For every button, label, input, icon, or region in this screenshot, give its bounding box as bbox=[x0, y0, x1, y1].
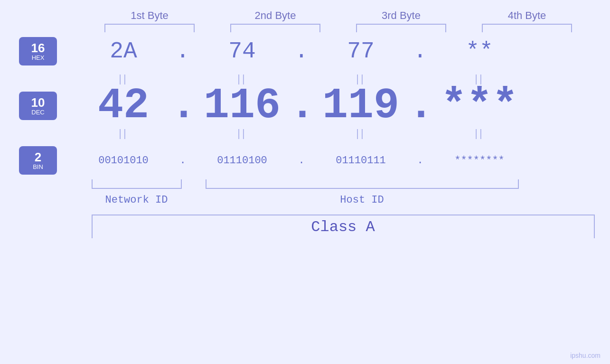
dec-dot1: . bbox=[171, 82, 195, 130]
dec-values: 42 . 116 . 119 . *** bbox=[76, 82, 610, 130]
dec-dot2: . bbox=[290, 82, 313, 130]
bin-dot1: . bbox=[171, 155, 195, 167]
hex-values: 2A . 74 . 77 . ** bbox=[76, 38, 610, 64]
hex-b1: 2A bbox=[76, 38, 171, 64]
dec-label-area: 10 DEC bbox=[9, 92, 66, 120]
byte1-header: 1st Byte bbox=[102, 9, 197, 22]
byte3-header: 3rd Byte bbox=[354, 9, 449, 22]
byte-headers: 1st Byte 2nd Byte 3rd Byte 4th Byte bbox=[87, 9, 590, 22]
hex-badge: 16 HEX bbox=[19, 37, 57, 65]
host-id-label: Host ID bbox=[206, 194, 519, 206]
hex-dot2: . bbox=[290, 38, 313, 64]
byte4-header: 4th Byte bbox=[479, 9, 574, 22]
hex-dot1: . bbox=[171, 38, 195, 64]
dec-badge: 10 DEC bbox=[19, 92, 57, 120]
dec-b4: *** bbox=[432, 82, 527, 130]
dec-badge-base: DEC bbox=[31, 109, 44, 116]
byte2-header: 2nd Byte bbox=[228, 9, 323, 22]
hex-dot3: . bbox=[408, 38, 432, 64]
dec-b2: 116 bbox=[195, 82, 290, 130]
main-container: 1st Byte 2nd Byte 3rd Byte 4th Byte 16 H… bbox=[0, 0, 610, 364]
bracket-byte4-top bbox=[482, 24, 572, 32]
bin-b2: 01110100 bbox=[195, 155, 290, 167]
bin-badge: 2 BIN bbox=[19, 146, 57, 175]
id-labels: Network ID Host ID bbox=[92, 194, 595, 206]
class-label: Class A bbox=[311, 218, 375, 236]
hex-badge-number: 16 bbox=[31, 41, 45, 55]
top-brackets bbox=[87, 24, 590, 32]
dec-b1: 42 bbox=[76, 82, 171, 130]
bin-label-area: 2 BIN bbox=[9, 146, 66, 175]
bracket-byte2-top bbox=[230, 24, 320, 32]
network-id-label: Network ID bbox=[92, 194, 182, 206]
hex-b2: 74 bbox=[195, 38, 290, 64]
dec-badge-number: 10 bbox=[31, 96, 45, 110]
bottom-brackets bbox=[92, 179, 595, 191]
hex-b4: ** bbox=[432, 38, 527, 64]
bin-row: 2 BIN 00101010 . 01110100 . 01110111 . *… bbox=[0, 141, 610, 179]
bracket-byte3-top bbox=[356, 24, 446, 32]
bracket-network-id bbox=[92, 179, 182, 189]
hex-badge-base: HEX bbox=[32, 55, 45, 61]
bin-b1: 00101010 bbox=[76, 155, 171, 167]
watermark: ipshu.com bbox=[570, 352, 601, 359]
dec-row: 10 DEC 42 . 116 . 119 . *** bbox=[0, 87, 610, 125]
bracket-byte1-top bbox=[104, 24, 195, 32]
dec-b3: 119 bbox=[313, 82, 408, 130]
hex-row: 16 HEX 2A . 74 . 77 . ** bbox=[0, 32, 610, 70]
dec-dot3: . bbox=[408, 82, 432, 130]
hex-label-area: 16 HEX bbox=[9, 37, 66, 65]
bin-dot3: . bbox=[408, 155, 432, 167]
bin-badge-base: BIN bbox=[33, 164, 43, 170]
hex-b3: 77 bbox=[313, 38, 408, 64]
bracket-gap bbox=[182, 179, 206, 191]
class-bar: Class A bbox=[92, 215, 595, 238]
bin-dot2: . bbox=[290, 155, 313, 167]
bin-values: 00101010 . 01110100 . 01110111 . *******… bbox=[76, 155, 610, 167]
bin-b4: ******** bbox=[432, 155, 527, 167]
bin-badge-number: 2 bbox=[35, 150, 41, 164]
bin-b3: 01110111 bbox=[313, 155, 408, 167]
bracket-host-id bbox=[206, 179, 519, 189]
